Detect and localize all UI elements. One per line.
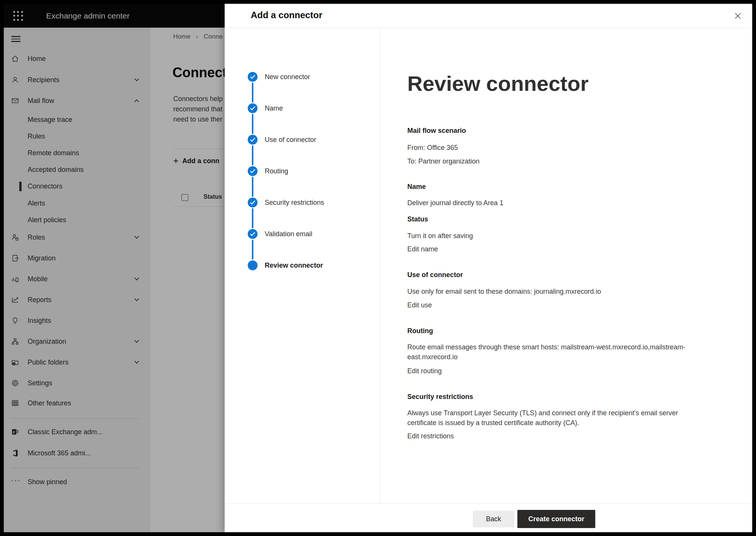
create-connector-button[interactable]: Create connector [517,510,595,528]
step-label: Use of connector [265,135,316,145]
dialog-footer: Back Create connector [225,503,752,532]
step-check-icon [248,166,258,176]
step-check-icon [248,198,258,207]
step-connector-line [252,240,253,260]
step-label: Routing [265,166,288,176]
step-use-of-connector[interactable]: Use of connector [225,135,380,145]
step-label: Security restrictions [265,198,324,207]
step-label: Review connector [265,260,323,270]
screen: Exchange admin center Home Recipients Ma… [4,4,752,532]
step-connector-line [252,208,253,228]
step-security-restrictions[interactable]: Security restrictions [225,198,380,207]
name-value: Deliver journal directly to Area 1 [407,198,503,208]
edit-routing-link[interactable]: Edit routing [407,366,442,376]
name-heading: Name [407,182,426,192]
step-connector-line [252,114,253,134]
close-icon[interactable] [732,10,744,22]
edit-use-link[interactable]: Edit use [407,300,432,310]
edit-name-link[interactable]: Edit name [407,244,438,254]
step-connector-line [252,177,253,197]
step-routing[interactable]: Routing [225,166,380,176]
security-restrictions-value: Always use Transport Layer Security (TLS… [407,408,702,428]
wizard-stepper: New connector Name Use of connector Rout… [225,28,380,503]
step-validation-email[interactable]: Validation email [225,229,380,239]
step-check-icon [248,103,258,113]
step-check-icon [248,135,258,145]
back-button[interactable]: Back [473,511,514,527]
edit-restrictions-link[interactable]: Edit restrictions [407,431,454,441]
routing-heading: Routing [407,326,433,336]
step-check-icon [248,72,258,82]
mail-flow-scenario-heading: Mail flow scenario [407,126,466,136]
step-label: New connector [265,72,310,82]
dialog-header: Add a connector [225,4,752,28]
step-label: Name [265,103,283,113]
security-restrictions-heading: Security restrictions [407,392,473,402]
use-of-connector-heading: Use of connector [407,270,463,280]
step-connector-line [252,83,253,103]
dialog-title: Add a connector [251,4,322,26]
use-of-connector-value: Use only for email sent to these domains… [407,287,601,296]
routing-value: Route email messages through these smart… [407,342,710,362]
step-connector-line [252,145,253,165]
step-new-connector[interactable]: New connector [225,72,380,82]
mail-flow-to: To: Partner organization [407,156,480,166]
step-current-dot [248,260,258,270]
step-check-icon [248,229,258,239]
step-label: Validation email [265,229,312,239]
add-connector-dialog: Add a connector New connector Name Us [225,4,752,532]
status-heading: Status [407,214,428,224]
step-name[interactable]: Name [225,103,380,113]
status-value: Turn it on after saving [407,231,473,241]
review-heading: Review connector [407,70,588,97]
mail-flow-from: From: Office 365 [407,143,458,153]
step-review-connector[interactable]: Review connector [225,260,380,270]
